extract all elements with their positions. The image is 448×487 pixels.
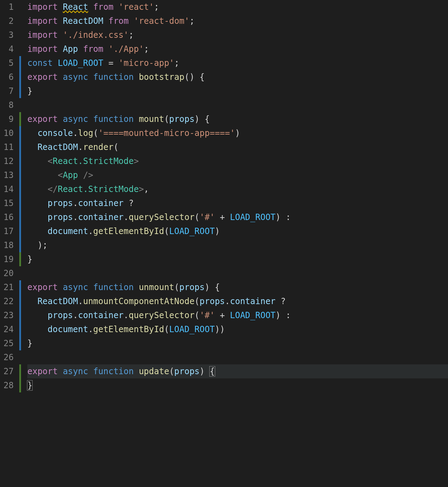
line-number: 25: [0, 336, 17, 350]
line-number: 7: [0, 84, 17, 98]
line-number: 2: [0, 14, 17, 28]
line-number: 5: [0, 56, 17, 70]
line-number: 16: [0, 210, 17, 224]
code-line[interactable]: export async function update(props) {: [27, 364, 448, 378]
code-line[interactable]: [27, 98, 448, 112]
code-line[interactable]: props.container.querySelector('#' + LOAD…: [27, 308, 448, 322]
line-number: 22: [0, 294, 17, 308]
code-line[interactable]: }: [27, 378, 448, 392]
code-area[interactable]: import React from 'react';import ReactDO…: [21, 0, 448, 487]
line-number: 3: [0, 28, 17, 42]
code-line[interactable]: </React.StrictMode>,: [27, 182, 448, 196]
code-line[interactable]: import './index.css';: [27, 28, 448, 42]
line-number: 24: [0, 322, 17, 336]
line-number: 15: [0, 196, 17, 210]
line-number: 28: [0, 378, 17, 392]
code-line[interactable]: ReactDOM.render(: [27, 140, 448, 154]
line-number: 4: [0, 42, 17, 56]
line-number: 11: [0, 140, 17, 154]
line-number-gutter: 1234567891011121314151617181920212223242…: [0, 0, 19, 487]
code-line[interactable]: }: [27, 336, 448, 350]
line-number: 18: [0, 238, 17, 252]
code-line[interactable]: <App />: [27, 168, 448, 182]
code-line[interactable]: ReactDOM.unmountComponentAtNode(props.co…: [27, 294, 448, 308]
line-number: 1: [0, 0, 17, 14]
code-line[interactable]: export async function mount(props) {: [27, 112, 448, 126]
line-number: 9: [0, 112, 17, 126]
code-editor[interactable]: 1234567891011121314151617181920212223242…: [0, 0, 448, 487]
line-number: 8: [0, 98, 17, 112]
line-number: 21: [0, 280, 17, 294]
code-line[interactable]: props.container ?: [27, 196, 448, 210]
code-line[interactable]: import App from './App';: [27, 42, 448, 56]
line-number: 17: [0, 224, 17, 238]
code-line[interactable]: }: [27, 84, 448, 98]
code-line[interactable]: export async function unmount(props) {: [27, 280, 448, 294]
line-number: 14: [0, 182, 17, 196]
line-number: 27: [0, 364, 17, 378]
code-line[interactable]: <React.StrictMode>: [27, 154, 448, 168]
line-number: 20: [0, 266, 17, 280]
code-line[interactable]: console.log('====mounted-micro-app===='): [27, 126, 448, 140]
code-line[interactable]: const LOAD_ROOT = 'micro-app';: [27, 56, 448, 70]
code-line[interactable]: document.getElementById(LOAD_ROOT)): [27, 322, 448, 336]
code-line[interactable]: [27, 266, 448, 280]
code-line[interactable]: import ReactDOM from 'react-dom';: [27, 14, 448, 28]
code-line[interactable]: );: [27, 238, 448, 252]
code-line[interactable]: export async function bootstrap() {: [27, 70, 448, 84]
line-number: 6: [0, 70, 17, 84]
line-number: 13: [0, 168, 17, 182]
code-line[interactable]: props.container.querySelector('#' + LOAD…: [27, 210, 448, 224]
code-line[interactable]: }: [27, 252, 448, 266]
line-number: 12: [0, 154, 17, 168]
line-number: 26: [0, 350, 17, 364]
line-number: 10: [0, 126, 17, 140]
code-line[interactable]: [27, 350, 448, 364]
line-number: 19: [0, 252, 17, 266]
code-line[interactable]: import React from 'react';: [27, 0, 448, 14]
code-line[interactable]: document.getElementById(LOAD_ROOT): [27, 224, 448, 238]
line-number: 23: [0, 308, 17, 322]
